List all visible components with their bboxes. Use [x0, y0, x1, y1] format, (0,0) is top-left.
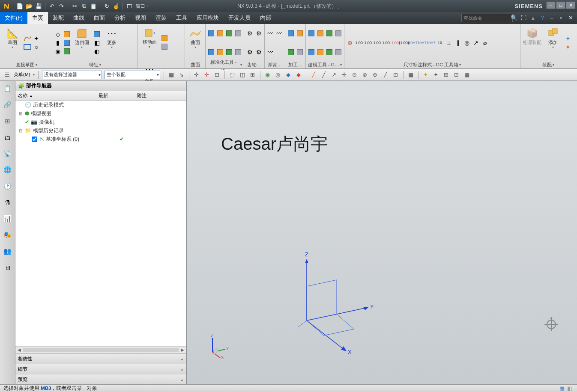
- tree-history[interactable]: ⊟📁模型历史记录: [15, 126, 186, 135]
- mini-minimize-icon[interactable]: –: [548, 14, 556, 21]
- sel-cube3-icon[interactable]: ◆: [284, 71, 292, 79]
- delete-face-icon[interactable]: [161, 43, 168, 50]
- misc-t1-icon[interactable]: ✦: [422, 71, 430, 79]
- mach-2-icon[interactable]: [296, 30, 304, 37]
- tab-tools[interactable]: 工具: [171, 12, 192, 24]
- snap-t2-icon[interactable]: ╱: [320, 71, 328, 79]
- scope-combo[interactable]: 整个装配: [105, 71, 160, 79]
- dim-t8-icon[interactable]: 10H7: [409, 39, 417, 47]
- help-icon[interactable]: ?: [538, 14, 546, 21]
- up-icon[interactable]: ▵: [529, 14, 537, 21]
- asm-t1-icon[interactable]: ✦: [564, 35, 572, 42]
- sel-t4-icon[interactable]: ✛: [203, 71, 211, 79]
- datum-plane-icon[interactable]: ◇: [54, 30, 62, 38]
- snap-t8-icon[interactable]: ╱: [382, 71, 389, 79]
- tab-analysis[interactable]: 分析: [110, 12, 130, 24]
- spring-2-icon[interactable]: 〰: [275, 30, 283, 37]
- navigator-hscroll[interactable]: ◀▶: [15, 346, 186, 353]
- model-t8-icon[interactable]: [335, 48, 342, 56]
- model-t7-icon[interactable]: [326, 48, 333, 56]
- col-notes[interactable]: 附注: [135, 92, 186, 99]
- model-t6-icon[interactable]: [317, 48, 324, 56]
- rtab-roles-icon[interactable]: 🎭: [3, 230, 13, 240]
- save-icon[interactable]: 💾: [35, 2, 42, 10]
- dim-t2-icon[interactable]: 1.00: [355, 39, 363, 47]
- rtab-hd3d-icon[interactable]: 📡: [3, 148, 13, 159]
- gear-2-icon[interactable]: ⚙: [255, 30, 263, 37]
- mach-4-icon[interactable]: [296, 48, 304, 56]
- col-latest[interactable]: 最新: [97, 92, 135, 99]
- copy-icon[interactable]: ⧉: [80, 2, 88, 10]
- tab-curve[interactable]: 曲线: [69, 12, 89, 24]
- tree-camera[interactable]: ✔📷摄像机: [15, 118, 186, 126]
- accordion-dependency[interactable]: 相依性⌄: [15, 353, 186, 364]
- spring-3-icon[interactable]: 〰: [266, 48, 274, 56]
- std-tool-8-icon[interactable]: [234, 48, 242, 56]
- sel-t6-icon[interactable]: ⬚: [228, 71, 236, 79]
- rtab-browser-icon[interactable]: 🌐: [3, 165, 13, 175]
- window-menu-label[interactable]: 窗口: [136, 3, 145, 9]
- sel-t2-icon[interactable]: ↘: [178, 71, 185, 79]
- tab-home[interactable]: 主页: [27, 12, 48, 24]
- misc-t5-icon[interactable]: ▦: [463, 71, 471, 79]
- misc-t2-icon[interactable]: ✦: [432, 71, 440, 79]
- fullscreen-icon[interactable]: ⛶: [520, 14, 527, 21]
- sel-t3-icon[interactable]: ✛: [193, 71, 200, 79]
- spring-1-icon[interactable]: 〰: [266, 30, 274, 37]
- command-search[interactable]: 查找命令: [461, 14, 513, 22]
- dim-t7-icon[interactable]: (1.00): [400, 39, 408, 47]
- mini-close-icon[interactable]: ✕: [567, 14, 574, 21]
- menu-btn-label[interactable]: 菜单(M): [14, 71, 30, 78]
- model-t4-icon[interactable]: [335, 30, 342, 37]
- tab-application[interactable]: 应用模块: [192, 12, 224, 24]
- std-tool-6-icon[interactable]: [216, 48, 224, 56]
- tree-history-mode[interactable]: 🕘历史记录模式: [15, 101, 186, 109]
- accordion-preview[interactable]: 预览⌄: [15, 374, 186, 384]
- sel-t1-icon[interactable]: ▦: [167, 71, 175, 79]
- dim-t3-icon[interactable]: 1.00: [364, 39, 372, 47]
- move-face-button[interactable]: 移动面▾: [140, 25, 159, 60]
- model-t2-icon[interactable]: [317, 30, 324, 37]
- surface-button[interactable]: 曲面▾: [187, 25, 203, 60]
- dim-b5-icon[interactable]: ⌀: [481, 39, 489, 47]
- sel-t8-icon[interactable]: ⊞: [249, 71, 257, 79]
- dim-t11-icon[interactable]: 10: [436, 39, 444, 47]
- model-t1-icon[interactable]: [308, 30, 315, 37]
- sel-cube2-icon[interactable]: ◎: [274, 71, 282, 79]
- revolve-icon[interactable]: [63, 48, 71, 55]
- dim-t10-icon[interactable]: 10H7: [427, 39, 435, 47]
- dim-t9-icon[interactable]: 10H7: [418, 39, 426, 47]
- tab-assembly[interactable]: 装配: [48, 12, 69, 24]
- snap-t5-icon[interactable]: ⊙: [351, 71, 359, 79]
- dim-b3-icon[interactable]: ◎: [463, 39, 471, 47]
- tab-view[interactable]: 视图: [130, 12, 151, 24]
- std-tool-3-icon[interactable]: [225, 30, 233, 37]
- misc-t3-icon[interactable]: ⊞: [442, 71, 450, 79]
- redo-icon[interactable]: ↷: [57, 2, 65, 10]
- rect-icon[interactable]: [24, 43, 31, 51]
- minimize-button[interactable]: –: [546, 1, 556, 9]
- misc-t4-icon[interactable]: ⊡: [453, 71, 460, 79]
- cube-icon[interactable]: [63, 30, 71, 38]
- std-tool-5-icon[interactable]: [207, 48, 215, 56]
- menu-icon[interactable]: ☰: [3, 71, 11, 79]
- dim-t5-icon[interactable]: 1.00: [382, 39, 390, 47]
- gear-4-icon[interactable]: ⚙: [255, 48, 263, 56]
- pattern-icon[interactable]: [63, 39, 71, 47]
- rtab-history-icon[interactable]: 🕑: [3, 181, 13, 191]
- col-name[interactable]: 名称 ▲: [15, 92, 97, 99]
- tree-datum[interactable]: ⇱基准坐标系 (0) ✔: [15, 135, 186, 143]
- gear-3-icon[interactable]: ⚙: [246, 48, 254, 56]
- mach-1-icon[interactable]: [287, 30, 295, 37]
- mini-restore-icon[interactable]: ▫: [557, 14, 565, 21]
- std-tool-1-icon[interactable]: [207, 30, 215, 37]
- std-tool-2-icon[interactable]: [216, 30, 224, 37]
- accordion-detail[interactable]: 细节⌄: [15, 364, 186, 374]
- maximize-button[interactable]: □: [556, 1, 565, 9]
- dim-t6-icon[interactable]: 1.00: [391, 39, 399, 47]
- tab-internal[interactable]: 内部: [255, 12, 276, 24]
- feature-more-button[interactable]: ⋯更多▾: [102, 25, 122, 60]
- point-icon[interactable]: ✦: [33, 35, 40, 42]
- extrude-icon[interactable]: ▮: [54, 39, 62, 47]
- tab-render[interactable]: 渲染: [151, 12, 171, 24]
